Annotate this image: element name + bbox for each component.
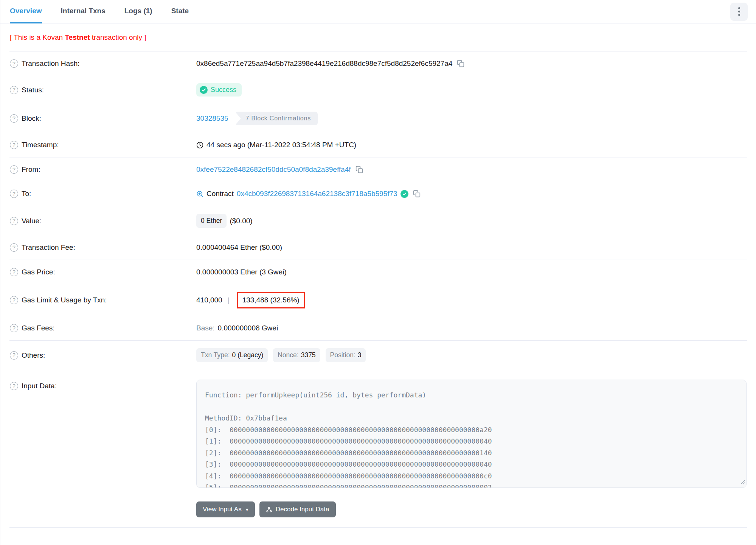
help-icon[interactable]: ? — [10, 190, 18, 198]
status-label: Status: — [22, 86, 44, 94]
gas-limit-usage-label: Gas Limit & Usage by Txn: — [22, 296, 107, 304]
bottom-padding — [10, 528, 747, 539]
notice-prefix: [ This is a Kovan — [10, 33, 65, 41]
help-icon[interactable]: ? — [10, 243, 18, 252]
input-data-box-wrap: Function: performUpkeep(uint256 id, byte… — [196, 380, 747, 488]
chevron-down-icon: ▾ — [246, 506, 248, 512]
row-label: ? From: — [10, 165, 196, 174]
tab-internal-txns[interactable]: Internal Txns — [61, 0, 106, 23]
help-icon[interactable]: ? — [10, 86, 18, 94]
row-gas-limit-usage: ? Gas Limit & Usage by Txn: 410,000 | 13… — [10, 284, 747, 316]
copy-icon[interactable] — [457, 60, 464, 67]
gas-fees-base-value: 0.000000008 Gwei — [218, 324, 278, 332]
row-to: ? To: Contract 0x4cb093f226983713164a621… — [10, 182, 747, 206]
value-label: Value: — [22, 217, 41, 225]
timestamp-label: Timestamp: — [22, 141, 59, 149]
input-data-actions: View Input As ▾ Decode Input Data — [196, 501, 747, 527]
status-badge: Success — [196, 83, 242, 97]
others-label: Others: — [22, 351, 45, 360]
input-data-box[interactable]: Function: performUpkeep(uint256 id, byte… — [196, 380, 747, 488]
resize-grip-icon[interactable] — [740, 478, 745, 486]
help-icon[interactable]: ? — [10, 382, 18, 390]
tab-state[interactable]: State — [171, 0, 189, 23]
row-status: ? Status: Success — [10, 76, 747, 104]
row-gas-fees: ? Gas Fees: Base: 0.000000008 Gwei — [10, 316, 747, 340]
gas-usage-value: 133,488 (32.56%) — [242, 296, 300, 304]
from-label: From: — [22, 165, 40, 174]
timestamp-value: 44 secs ago (Mar-11-2022 03:54:48 PM +UT… — [206, 141, 356, 149]
kebab-dot — [738, 14, 740, 16]
tab-bar: Overview Internal Txns Logs (1) State — [0, 0, 756, 23]
row-input-data: ? Input Data: Function: performUpkeep(ui… — [10, 370, 747, 495]
help-icon[interactable]: ? — [10, 141, 18, 149]
gas-fees-base-label: Base: — [196, 324, 215, 332]
help-icon[interactable]: ? — [10, 165, 18, 174]
help-icon[interactable]: ? — [10, 217, 18, 225]
to-label: To: — [22, 190, 31, 198]
status-value: Success — [211, 86, 236, 94]
row-from: ? From: 0xfee7522e8482682cf50ddc50a0f8da… — [10, 157, 747, 182]
help-icon[interactable]: ? — [10, 351, 18, 360]
row-transaction-fee: ? Transaction Fee: 0.000400464 Ether ($0… — [10, 235, 747, 260]
more-options-button[interactable] — [730, 3, 748, 21]
txn-type-badge: Txn Type: 0 (Legacy) — [196, 348, 268, 362]
decode-input-data-button[interactable]: Decode Input Data — [259, 501, 336, 517]
row-value: ? Value: 0 Ether ($0.00) — [10, 206, 747, 235]
row-label: ? Input Data: — [10, 382, 196, 390]
position-badge: Position: 3 — [326, 348, 366, 362]
help-icon[interactable]: ? — [10, 296, 18, 304]
nonce-value: 3375 — [301, 351, 316, 359]
row-label: ? Status: — [10, 86, 196, 94]
decode-icon — [266, 506, 272, 513]
help-icon[interactable]: ? — [10, 324, 18, 332]
row-block: ? Block: 30328535 7 Block Confirmations — [10, 104, 747, 133]
kebab-dot — [738, 11, 740, 12]
from-address-link[interactable]: 0xfee7522e8482682cf50ddc50a0f8da2a39effa… — [196, 165, 351, 174]
row-label: ? Gas Price: — [10, 268, 196, 276]
decode-input-data-label: Decode Input Data — [276, 506, 329, 513]
position-name: Position: — [330, 351, 355, 359]
verified-contract-icon — [401, 190, 408, 198]
block-number-link[interactable]: 30328535 — [196, 114, 228, 123]
to-address-link[interactable]: 0x4cb093f226983713164a62138c3f718a5b595f… — [237, 190, 397, 198]
nonce-badge: Nonce: 3375 — [273, 348, 320, 362]
transaction-fee-label: Transaction Fee: — [22, 243, 75, 252]
row-label: ? Value: — [10, 217, 196, 225]
testnet-notice: [ This is a Kovan Testnet transaction on… — [10, 23, 747, 51]
row-label: ? Others: — [10, 351, 196, 360]
gas-price-label: Gas Price: — [22, 268, 55, 276]
row-transaction-hash: ? Transaction Hash: 0x86ed5a771e725aa94d… — [10, 51, 747, 76]
notice-bold: Testnet — [65, 33, 90, 41]
row-others: ? Others: Txn Type: 0 (Legacy) Nonce: 33… — [10, 341, 747, 370]
block-confirmations-badge: 7 Block Confirmations — [235, 112, 318, 125]
copy-icon[interactable] — [413, 190, 421, 198]
help-icon[interactable]: ? — [10, 114, 18, 123]
gas-fees-label: Gas Fees: — [22, 324, 55, 332]
clock-icon — [196, 142, 203, 149]
value-amount-badge: 0 Ether — [196, 214, 227, 228]
row-label: ? Block: — [10, 114, 196, 123]
tab-logs[interactable]: Logs (1) — [124, 0, 152, 23]
txn-type-name: Txn Type: — [201, 351, 230, 359]
row-timestamp: ? Timestamp: 44 secs ago (Mar-11-2022 03… — [10, 133, 747, 157]
block-label: Block: — [22, 114, 41, 123]
to-contract-word: Contract — [206, 190, 234, 198]
gas-limit-value: 410,000 — [196, 296, 222, 304]
nonce-name: Nonce: — [278, 351, 298, 359]
position-value: 3 — [358, 351, 362, 359]
view-input-as-button[interactable]: View Input As ▾ — [196, 501, 255, 517]
row-label: ? Timestamp: — [10, 141, 196, 149]
tab-overview[interactable]: Overview — [10, 0, 42, 23]
gas-usage-annotation-box: 133,488 (32.56%) — [237, 292, 305, 308]
row-label: ? Transaction Hash: — [10, 59, 196, 68]
copy-icon[interactable] — [355, 166, 363, 173]
row-label: ? Transaction Fee: — [10, 243, 196, 252]
help-icon[interactable]: ? — [10, 268, 18, 276]
zoom-in-icon[interactable] — [196, 190, 203, 198]
help-icon[interactable]: ? — [10, 59, 18, 68]
view-input-as-label: View Input As — [203, 506, 242, 513]
gas-limit-separator: | — [228, 296, 230, 304]
kebab-dot — [738, 7, 740, 9]
row-label: ? Gas Fees: — [10, 324, 196, 332]
notice-suffix: transaction only ] — [90, 33, 146, 41]
